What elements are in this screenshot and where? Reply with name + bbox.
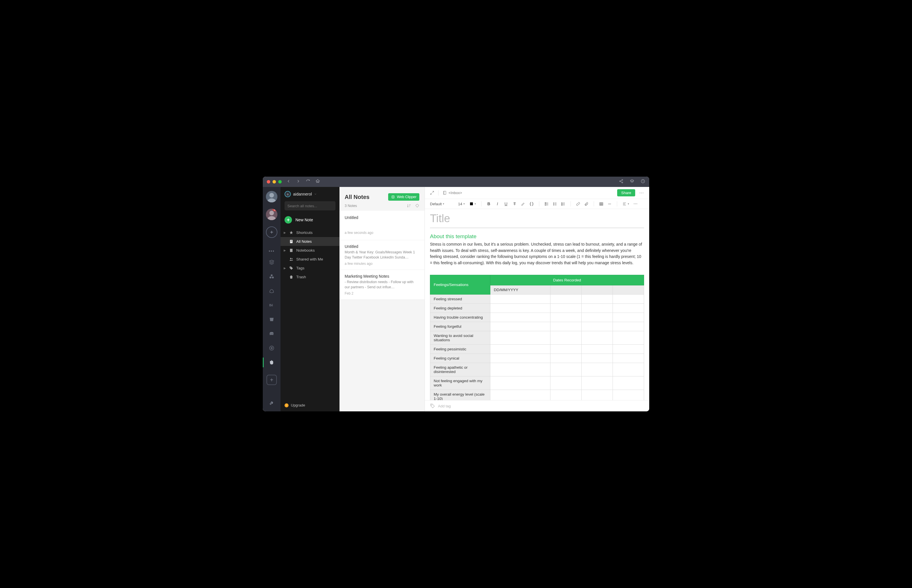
sort-icon[interactable] — [407, 204, 411, 208]
editor-body[interactable]: Title About this template Stress is comm… — [425, 209, 649, 400]
underline-button[interactable]: U — [504, 202, 508, 206]
app-icon-evernote[interactable] — [268, 359, 275, 365]
reload-icon[interactable] — [306, 179, 310, 185]
note-title-input[interactable]: Title — [430, 212, 644, 228]
bold-button[interactable]: B — [487, 202, 491, 206]
toolbar-more-icon[interactable]: ⋯ — [633, 202, 638, 206]
history-icon[interactable] — [641, 179, 645, 185]
app-icon-behance[interactable]: Bē — [268, 302, 275, 308]
color-select[interactable]: ▾ — [470, 202, 476, 205]
table-cell[interactable] — [550, 285, 582, 294]
sidebar-item-shared[interactable]: Shared with Me — [281, 255, 339, 264]
sidebar-item-label: Shared with Me — [296, 257, 323, 262]
search-field[interactable] — [287, 204, 336, 208]
section-heading: About this template — [430, 233, 644, 240]
filter-icon[interactable] — [415, 204, 420, 208]
sidebar-item-tags[interactable]: ▶ Tags — [281, 264, 339, 273]
share-icon[interactable] — [619, 179, 623, 185]
search-input[interactable] — [284, 201, 336, 210]
table-row: Having trouble concentrating — [430, 313, 644, 322]
upgrade-button[interactable]: ↑ Upgrade — [281, 399, 339, 411]
app-icon-basecamp[interactable] — [268, 288, 275, 294]
settings-icon[interactable] — [269, 401, 274, 407]
app-icon-slack[interactable] — [268, 345, 275, 351]
link-button[interactable] — [576, 202, 580, 206]
add-app-button[interactable]: + — [266, 375, 277, 385]
table-row: Wanting to avoid social situations — [430, 331, 644, 344]
sidebar: a aidannerol + New Note ▶ Shortcuts — [281, 187, 339, 411]
app-rail: 98 ••• Bē + — [263, 187, 281, 411]
table-button[interactable] — [599, 202, 604, 206]
attachment-button[interactable] — [584, 202, 589, 206]
home-icon[interactable] — [315, 179, 320, 185]
chevron-down-icon — [314, 193, 317, 195]
new-note-button[interactable]: + New Note — [281, 213, 339, 226]
expand-icon[interactable] — [430, 191, 434, 195]
app-icon-asana[interactable] — [268, 273, 275, 280]
svg-point-28 — [553, 202, 554, 203]
align-button[interactable]: ▾ — [622, 202, 629, 206]
rail-more-icon[interactable]: ••• — [269, 249, 275, 254]
numbered-list-button[interactable]: 123 — [561, 202, 565, 206]
sidebar-item-notebooks[interactable]: ▶ Notebooks — [281, 246, 339, 255]
svg-rect-27 — [545, 204, 546, 205]
code-block-button[interactable]: {} — [529, 202, 534, 206]
people-icon — [289, 257, 294, 262]
tag-icon[interactable] — [430, 403, 435, 409]
sidebar-item-shortcuts[interactable]: ▶ Shortcuts — [281, 228, 339, 237]
minimize-window[interactable] — [273, 180, 276, 184]
chevron-right-icon: ▶ — [283, 267, 286, 270]
italic-button[interactable]: I — [495, 202, 500, 206]
sidebar-item-trash[interactable]: Trash — [281, 273, 339, 281]
svg-point-35 — [431, 405, 432, 405]
share-button[interactable]: Share — [617, 189, 635, 196]
divider-button[interactable] — [607, 202, 612, 206]
note-date: a few seconds ago — [345, 231, 420, 235]
table-row: Feeling depleted — [430, 304, 644, 313]
workspace-avatar-1[interactable] — [266, 191, 278, 202]
layers-icon[interactable] — [630, 179, 634, 185]
app-icon-bitbucket[interactable] — [268, 316, 275, 323]
add-workspace-button[interactable] — [266, 226, 278, 238]
font-size-select[interactable]: 14 ▾ — [458, 202, 465, 206]
more-actions-icon[interactable]: ⋯ — [639, 190, 644, 195]
editor-toolbar: Default ▾ 14 ▾ ▾ B I U T {} — [425, 199, 649, 209]
sidebar-item-label: Notebooks — [296, 248, 315, 252]
upgrade-icon: ↑ — [284, 403, 289, 407]
note-card[interactable]: Untitled Month & Year Key: Goals/Message… — [339, 240, 425, 270]
note-date: a few minutes ago — [345, 262, 420, 266]
sidebar-item-all-notes[interactable]: All Notes — [281, 237, 339, 246]
close-window[interactable] — [267, 180, 270, 184]
plus-icon: + — [284, 216, 292, 224]
maximize-window[interactable] — [278, 180, 282, 184]
table-cell[interactable] — [582, 285, 613, 294]
web-clipper-button[interactable]: Web Clipper — [388, 193, 420, 201]
checklist-button[interactable] — [544, 202, 549, 206]
strikethrough-button[interactable]: T — [512, 202, 517, 206]
font-select[interactable]: Default ▾ — [430, 202, 444, 206]
highlight-button[interactable] — [521, 202, 525, 206]
nav-back-icon[interactable] — [286, 179, 291, 185]
table-date-hint[interactable]: DD/MM/YYYY — [490, 285, 550, 294]
notification-badge: 98 — [273, 209, 278, 211]
bullet-list-button[interactable] — [553, 202, 557, 206]
workspace-avatar-2[interactable]: 98 — [266, 209, 278, 220]
account-name: aidannerol — [293, 192, 312, 196]
note-card[interactable]: Untitled a few seconds ago — [339, 211, 425, 240]
nav-forward-icon[interactable] — [296, 179, 300, 185]
sidebar-nav: ▶ Shortcuts All Notes ▶ Notebooks — [281, 228, 339, 281]
add-tag-input[interactable]: Add tag — [438, 404, 451, 408]
svg-point-30 — [553, 205, 554, 205]
note-preview: Month & Year Key: Goals/Messages Week 1 … — [345, 250, 420, 260]
table-row: Feeling forgetful — [430, 322, 644, 331]
table-row: Not feeling engaged with my work — [430, 376, 644, 389]
sidebar-item-label: Trash — [296, 275, 306, 279]
app-icon-box[interactable] — [268, 259, 275, 265]
account-menu[interactable]: a aidannerol — [284, 191, 336, 197]
app-icon-discord[interactable] — [268, 331, 275, 337]
notes-icon — [289, 239, 294, 244]
notebook-selector[interactable]: <Inbox> — [442, 191, 462, 195]
table-cell[interactable] — [613, 285, 644, 294]
svg-point-8 — [270, 211, 274, 215]
note-card[interactable]: Marketing Meeting Notes - Review distrib… — [339, 270, 425, 300]
